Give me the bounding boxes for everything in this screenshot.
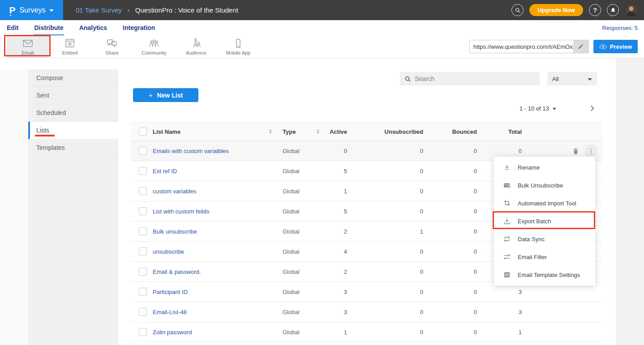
unsubscribed-count[interactable]: 0 (351, 168, 427, 175)
row-checkbox[interactable] (139, 187, 147, 195)
edit-url-button[interactable] (573, 40, 588, 53)
unsubscribed-count[interactable]: 0 (351, 268, 427, 275)
row-checkbox[interactable] (139, 167, 147, 175)
unsubscribed-count[interactable]: 0 (351, 289, 427, 295)
active-count[interactable]: 2 (324, 268, 351, 275)
total-count[interactable]: 3 (481, 289, 525, 295)
total-count[interactable]: 1 (481, 329, 525, 336)
unsubscribed-count[interactable]: 0 (351, 208, 427, 215)
row-checkbox[interactable] (139, 247, 147, 256)
bounced-count[interactable]: 0 (427, 309, 481, 315)
list-name-link[interactable]: Zolin password (153, 329, 192, 336)
row-checkbox[interactable] (139, 328, 147, 336)
help-button[interactable]: ? (589, 4, 601, 16)
bounced-count[interactable]: 0 (427, 268, 481, 275)
sidebar-item-lists[interactable]: Lists (28, 122, 118, 139)
menu-item-rename[interactable]: A Rename (494, 158, 595, 176)
breadcrumb-survey-link[interactable]: 01 Take Survey (76, 6, 122, 14)
toolbar-item-share[interactable]: Share (91, 35, 133, 58)
tab-analytics[interactable]: Analytics (79, 21, 107, 35)
list-name-link[interactable]: Email-List-48 (153, 309, 187, 315)
avatar[interactable] (625, 4, 638, 17)
list-name-link[interactable]: Bulk unsubscribe (153, 228, 197, 235)
active-count[interactable]: 0 (324, 148, 351, 154)
list-name-link[interactable]: Email & password. (153, 268, 201, 275)
sidebar-item-compose[interactable]: Compose (28, 69, 118, 87)
menu-item-automated-import-tool[interactable]: Automated Import Tool (494, 194, 595, 212)
menu-item-export-batch[interactable]: Export Batch (494, 212, 595, 230)
total-count[interactable]: 3 (481, 309, 525, 315)
list-name-link[interactable]: unsubscribe (153, 248, 184, 255)
pagination-dropdown[interactable]: 1 - 10 of 13 (519, 105, 556, 112)
menu-item-data-sync[interactable]: Data Sync (494, 230, 595, 248)
toolbar-item-community[interactable]: Community (133, 35, 175, 58)
bounced-count[interactable]: 0 (427, 148, 481, 154)
unsubscribed-count[interactable]: 0 (351, 148, 427, 154)
menu-item-email-filter[interactable]: Email Filter (494, 248, 595, 266)
list-name-link[interactable]: Emails with custom varialbles (153, 148, 229, 154)
preview-button[interactable]: Preview (593, 40, 638, 53)
list-filter-dropdown[interactable]: All (547, 72, 597, 85)
unsubscribed-count[interactable]: 0 (351, 309, 427, 315)
bounced-count[interactable]: 0 (427, 228, 481, 235)
responses-count[interactable]: Responses: 5 (602, 25, 638, 31)
row-checkbox[interactable] (139, 268, 147, 276)
row-checkbox[interactable] (139, 207, 147, 215)
next-page-button[interactable] (587, 103, 597, 114)
row-checkbox[interactable] (139, 147, 147, 155)
active-count[interactable]: 3 (324, 289, 351, 295)
unsubscribed-count[interactable]: 0 (351, 248, 427, 255)
active-count[interactable]: 3 (324, 309, 351, 315)
upgrade-now-button[interactable]: Upgrade Now (529, 4, 583, 16)
toolbar-item-embed[interactable]: Embed (49, 35, 91, 58)
active-count[interactable]: 1 (324, 188, 351, 195)
list-name-link[interactable]: List with custom feilds (153, 208, 209, 215)
bounced-count[interactable]: 0 (427, 168, 481, 175)
sidebar-item-sent[interactable]: Sent (28, 87, 118, 104)
row-checkbox[interactable] (139, 288, 147, 296)
menu-item-bulk-unsubscribe[interactable]: Bulk Unsubscribe (494, 176, 595, 194)
select-all-checkbox[interactable] (139, 128, 147, 136)
unsubscribed-count[interactable]: 0 (351, 329, 427, 336)
tab-edit[interactable]: Edit (6, 21, 19, 35)
list-name-link[interactable]: Participant ID (153, 289, 188, 295)
total-count[interactable]: 0 (481, 148, 525, 154)
survey-url-field[interactable]: https://www.questionpro.com/t/AEmOx2 (469, 40, 589, 53)
surveys-menu[interactable]: P Surveys (0, 0, 63, 20)
bounced-count[interactable]: 0 (427, 248, 481, 255)
menu-item-email-template-settings[interactable]: Email Template Settings (494, 266, 595, 284)
delete-list-button[interactable] (570, 146, 581, 157)
tab-distribute[interactable]: Distribute (34, 21, 64, 35)
active-count[interactable]: 5 (324, 168, 351, 175)
list-search[interactable] (400, 72, 540, 85)
active-count[interactable]: 4 (324, 248, 351, 255)
unsubscribed-count[interactable]: 1 (351, 228, 427, 235)
new-list-button[interactable]: + New List (133, 88, 198, 102)
search-button[interactable] (511, 4, 524, 16)
sidebar-item-scheduled[interactable]: Scheduled (28, 104, 118, 122)
active-count[interactable]: 2 (324, 228, 351, 235)
toolbar-item-audience[interactable]: $ Audience (175, 35, 217, 58)
list-name-link[interactable]: custom variables (153, 188, 197, 195)
bounced-count[interactable]: 0 (427, 208, 481, 215)
list-name-link[interactable]: Ext ref ID (153, 168, 177, 175)
active-count[interactable]: 1 (324, 329, 351, 336)
row-checkbox[interactable] (139, 227, 147, 235)
row-menu-button[interactable] (584, 145, 598, 158)
tab-integration[interactable]: Integration (122, 21, 155, 35)
bounced-count[interactable]: 0 (427, 329, 481, 336)
search-input[interactable] (415, 75, 535, 82)
active-count[interactable]: 5 (324, 208, 351, 215)
notifications-button[interactable] (607, 4, 619, 16)
toolbar-item-email[interactable]: Email (7, 35, 49, 58)
toolbar-item-label: Embed (62, 50, 78, 55)
sort-type[interactable] (317, 129, 319, 134)
bounced-count[interactable]: 0 (427, 289, 481, 295)
sort-list-name[interactable] (269, 129, 272, 134)
unsubscribed-count[interactable]: 0 (351, 188, 427, 195)
list-type: Global (283, 268, 300, 275)
sidebar-item-templates[interactable]: Templates (28, 139, 118, 157)
row-checkbox[interactable] (139, 308, 147, 316)
bounced-count[interactable]: 0 (427, 188, 481, 195)
toolbar-item-mobile-app[interactable]: Mobile App (217, 35, 259, 58)
